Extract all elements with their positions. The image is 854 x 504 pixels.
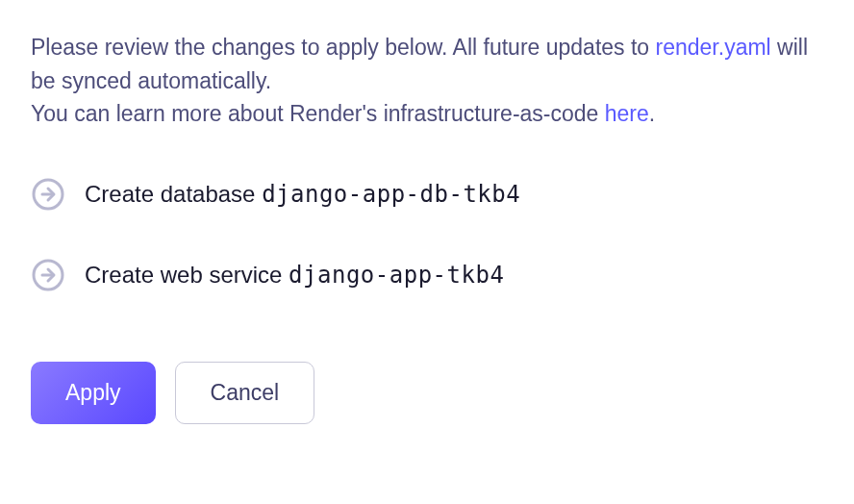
- here-link[interactable]: here: [605, 101, 649, 126]
- intro-period: .: [649, 101, 655, 126]
- change-item: Create database django-app-db-tkb4: [31, 177, 823, 212]
- change-text: Create database django-app-db-tkb4: [85, 181, 520, 208]
- intro-part3: You can learn more about Render's infras…: [31, 101, 605, 126]
- change-list: Create database django-app-db-tkb4 Creat…: [31, 177, 823, 292]
- render-yaml-link[interactable]: render.yaml: [656, 35, 771, 60]
- change-action: Create database: [85, 181, 262, 207]
- intro-part1: Please review the changes to apply below…: [31, 35, 656, 60]
- change-item: Create web service django-app-tkb4: [31, 258, 823, 292]
- button-row: Apply Cancel: [31, 362, 823, 424]
- change-resource-name: django-app-tkb4: [289, 262, 504, 289]
- arrow-right-circle-icon: [31, 258, 65, 292]
- change-resource-name: django-app-db-tkb4: [262, 181, 520, 208]
- apply-button[interactable]: Apply: [31, 362, 156, 424]
- arrow-right-circle-icon: [31, 177, 65, 212]
- cancel-button[interactable]: Cancel: [175, 362, 315, 424]
- intro-text: Please review the changes to apply below…: [31, 31, 823, 131]
- change-text: Create web service django-app-tkb4: [85, 262, 504, 289]
- change-action: Create web service: [85, 262, 289, 288]
